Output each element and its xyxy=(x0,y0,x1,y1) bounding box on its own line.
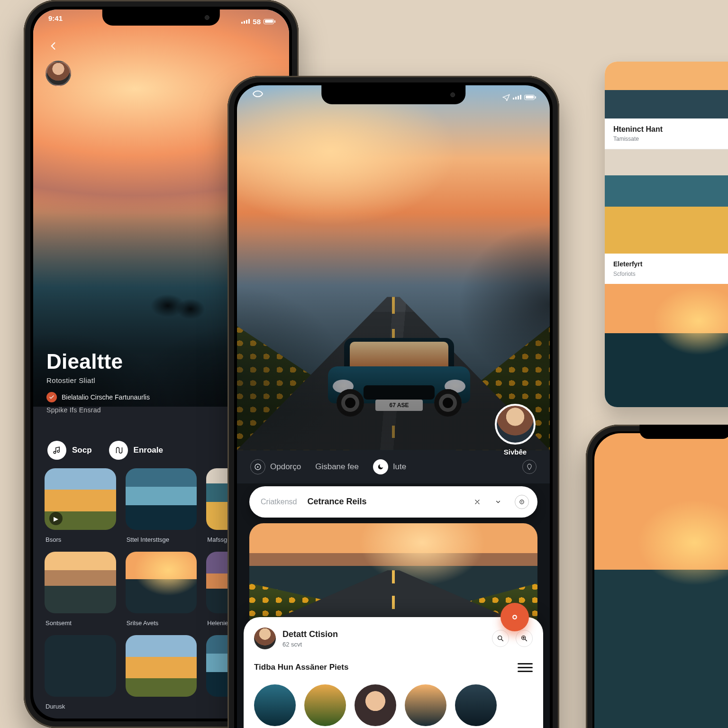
expand-button[interactable] xyxy=(491,495,505,509)
cat-3[interactable]: Iute xyxy=(373,459,406,474)
cat-1-label: Opdorço xyxy=(270,462,301,472)
plane-icon xyxy=(502,93,510,101)
thumb-4-caption: Sontsemt xyxy=(46,619,72,627)
pin-icon xyxy=(526,464,533,470)
menu-button[interactable] xyxy=(518,660,533,675)
page-title: Diealtte xyxy=(46,350,242,373)
stories-row xyxy=(254,684,533,726)
location-button[interactable] xyxy=(522,460,537,474)
thumb-5[interactable] xyxy=(126,552,197,613)
svg-point-3 xyxy=(513,615,517,619)
story-4[interactable] xyxy=(405,684,446,726)
cat-2-label: Gisbane fee xyxy=(315,462,359,472)
thumb-2[interactable] xyxy=(126,468,197,530)
hero-avatar[interactable]: Sivbêe xyxy=(495,404,536,445)
category-row: Opdorço Gisbane fee Iute xyxy=(237,450,550,483)
search-button[interactable] xyxy=(492,630,509,647)
close-icon xyxy=(474,499,481,505)
story-5[interactable] xyxy=(455,684,497,726)
quick-enroale[interactable]: Enroale xyxy=(109,441,163,460)
phone-small-notch xyxy=(639,425,728,439)
thumb-7[interactable] xyxy=(45,635,116,697)
target-icon xyxy=(519,499,525,505)
quick-seop-label: Socp xyxy=(72,446,92,455)
sheet-section-title: Tidba Hun Assăner Piets xyxy=(254,663,348,672)
status-text: 58 xyxy=(253,18,261,26)
thumb-5-caption: Srilse Avets xyxy=(127,619,159,627)
route-icon xyxy=(109,441,128,460)
sheet-avatar[interactable] xyxy=(254,628,276,649)
back-button[interactable] xyxy=(46,38,62,54)
svg-point-2 xyxy=(521,501,522,502)
phone-center: 67 ASE Sivbêe Opdorço Gisbane fee xyxy=(228,76,559,728)
quick-seop[interactable]: Socp xyxy=(47,441,92,460)
phone-small: H&M xyxy=(586,425,728,728)
hero-center: 67 ASE Sivbêe xyxy=(237,85,550,450)
right-card-image-1[interactable] xyxy=(605,149,728,254)
search-placeholder: Criatkensd xyxy=(261,498,297,506)
hero-avatar-name: Sivbêe xyxy=(504,448,527,456)
story-2[interactable] xyxy=(304,684,346,726)
clear-button[interactable] xyxy=(470,495,484,509)
featured-card[interactable] xyxy=(249,523,537,630)
search-icon xyxy=(497,635,504,642)
signal-icon xyxy=(241,19,250,24)
thumb-1-caption: Bsors xyxy=(46,536,61,543)
thumb-8[interactable] xyxy=(126,635,197,697)
license-plate: 67 ASE xyxy=(375,400,423,411)
notch xyxy=(102,9,220,26)
right-card-title: Hteninct Hant xyxy=(613,125,728,134)
thumb-1[interactable]: ▶ xyxy=(45,468,116,530)
thumb-2-caption: Sttel Intersttsge xyxy=(127,536,169,543)
battery-icon xyxy=(524,95,535,100)
right-preview-card: Hteninct Hant Tamissate Eleterfyrt Scfor… xyxy=(605,62,728,407)
story-1[interactable] xyxy=(254,684,296,726)
rocks-decor xyxy=(151,286,208,319)
chevron-left-icon xyxy=(49,41,58,51)
screen-center: 67 ASE Sivbêe Opdorço Gisbane fee xyxy=(237,85,550,728)
play-icon: ▶ xyxy=(49,512,63,525)
notch xyxy=(321,85,465,104)
quick-enroale-label: Enroale xyxy=(134,446,163,455)
record-fab[interactable] xyxy=(500,603,529,631)
status-logo-icon xyxy=(252,90,264,104)
circle-icon xyxy=(510,613,519,621)
zoom-button[interactable] xyxy=(516,630,533,647)
thumb-7-caption: Durusk xyxy=(46,703,65,710)
story-3[interactable] xyxy=(355,684,396,726)
moon-icon xyxy=(373,459,388,474)
music-icon xyxy=(47,441,66,460)
status-right xyxy=(502,90,535,104)
right-card-meta-2: Scforiots xyxy=(613,271,728,277)
flowers-left xyxy=(237,326,350,450)
car: 67 ASE xyxy=(328,338,470,414)
chevron-down-icon xyxy=(495,499,501,505)
phone-small-screen xyxy=(594,433,728,728)
sheet-username: Detatt Ctision xyxy=(282,629,338,639)
signal-icon xyxy=(513,95,521,100)
search-bar[interactable]: Criatkensd Cetrance Reils xyxy=(249,486,537,518)
cat-3-label: Iute xyxy=(393,462,406,472)
right-card-image-2[interactable] xyxy=(605,284,728,407)
thumb-4[interactable] xyxy=(45,552,116,613)
sub-line: Sppike Ifs Ensrad xyxy=(46,406,242,414)
compass-icon xyxy=(250,459,265,474)
bottom-sheet: Detatt Ctision 62 scvt Tidba Hun Assăner… xyxy=(244,617,543,728)
profile-avatar-small[interactable] xyxy=(46,61,71,86)
right-card-sub: Tamissate xyxy=(613,136,728,142)
cat-1[interactable]: Opdorço xyxy=(250,459,301,474)
status-time: 9:41 xyxy=(48,14,63,28)
right-card-hero xyxy=(605,62,728,118)
title-block: Diealtte Rotostier Sliatl Bielatalio Cir… xyxy=(46,350,242,414)
lane-markings xyxy=(392,297,395,437)
cat-2[interactable]: Gisbane fee xyxy=(315,462,359,472)
right-card-meta-1: Eleterfyrt xyxy=(613,260,728,268)
page-subtitle: Rotostier Sliatl xyxy=(46,376,242,384)
battery-icon xyxy=(264,19,274,24)
search-plus-icon xyxy=(520,635,528,642)
search-label: Cetrance Reils xyxy=(307,497,366,507)
check-label: Bielatalio Cirsche Fartunaurlis xyxy=(62,393,150,401)
target-button[interactable] xyxy=(515,495,529,509)
check-badge-icon xyxy=(46,392,57,402)
svg-point-4 xyxy=(498,636,502,640)
